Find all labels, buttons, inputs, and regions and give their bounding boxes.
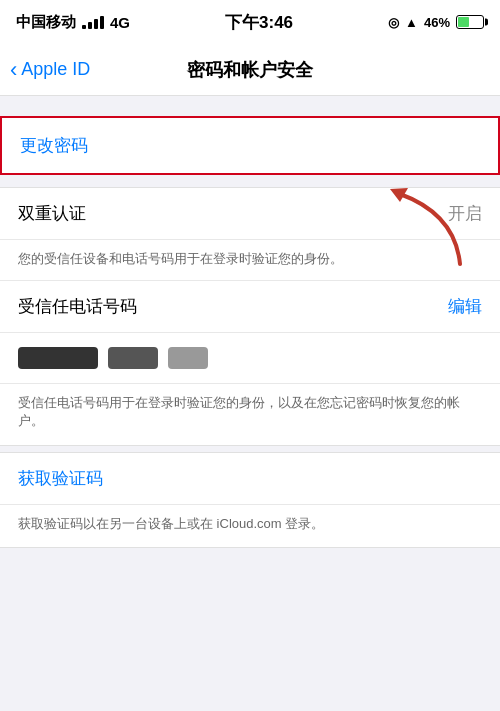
status-right: ◎ ▲ 46% bbox=[388, 15, 484, 30]
get-code-description: 获取验证码以在另一台设备上或在 iCloud.com 登录。 bbox=[0, 505, 500, 547]
change-password-row[interactable]: 更改密码 bbox=[2, 118, 498, 173]
battery-icon bbox=[456, 15, 484, 29]
phone-description: 受信任电话号码用于在登录时验证您的身份，以及在您忘记密码时恢复您的帐户。 bbox=[0, 384, 500, 444]
trusted-phone-row[interactable]: 受信任电话号码 编辑 bbox=[0, 281, 500, 333]
change-password-label: 更改密码 bbox=[20, 136, 88, 155]
two-factor-status: 开启 bbox=[448, 202, 482, 225]
two-factor-section: 双重认证 开启 您的受信任设备和电话号码用于在登录时验证您的身份。 受信任电话号… bbox=[0, 187, 500, 446]
wifi-icon: ▲ bbox=[405, 15, 418, 30]
nav-title: 密码和帐户安全 bbox=[187, 58, 313, 82]
status-bar: 中国移动 4G 下午3:46 ◎ ▲ 46% bbox=[0, 0, 500, 44]
status-time: 下午3:46 bbox=[225, 11, 293, 34]
back-button[interactable]: ‹ Apple ID bbox=[10, 59, 90, 81]
signal-icon bbox=[82, 16, 104, 29]
nav-bar: ‹ Apple ID 密码和帐户安全 bbox=[0, 44, 500, 96]
battery-percent: 46% bbox=[424, 15, 450, 30]
phone-number-1 bbox=[18, 347, 98, 369]
carrier-label: 中国移动 bbox=[16, 13, 76, 32]
get-code-section: 获取验证码 获取验证码以在另一台设备上或在 iCloud.com 登录。 bbox=[0, 452, 500, 548]
two-factor-description: 您的受信任设备和电话号码用于在登录时验证您的身份。 bbox=[0, 240, 500, 281]
change-password-section: 更改密码 bbox=[0, 116, 500, 175]
trusted-phone-label: 受信任电话号码 bbox=[18, 295, 137, 318]
location-icon: ◎ bbox=[388, 15, 399, 30]
back-label: Apple ID bbox=[21, 59, 90, 80]
get-code-row[interactable]: 获取验证码 bbox=[0, 453, 500, 505]
back-chevron-icon: ‹ bbox=[10, 59, 17, 81]
phone-numbers-list bbox=[0, 333, 500, 384]
phone-number-2 bbox=[108, 347, 158, 369]
two-factor-title: 双重认证 bbox=[18, 202, 86, 225]
two-factor-header: 双重认证 开启 bbox=[0, 188, 500, 240]
content: 更改密码 双重认证 开启 您的受信任设备和电话号码用于在登录时验证您的身份。 受… bbox=[0, 96, 500, 574]
phone-number-3 bbox=[168, 347, 208, 369]
trusted-phone-edit-button[interactable]: 编辑 bbox=[448, 295, 482, 318]
status-left: 中国移动 4G bbox=[16, 13, 130, 32]
get-code-label: 获取验证码 bbox=[18, 469, 103, 488]
network-label: 4G bbox=[110, 14, 130, 31]
